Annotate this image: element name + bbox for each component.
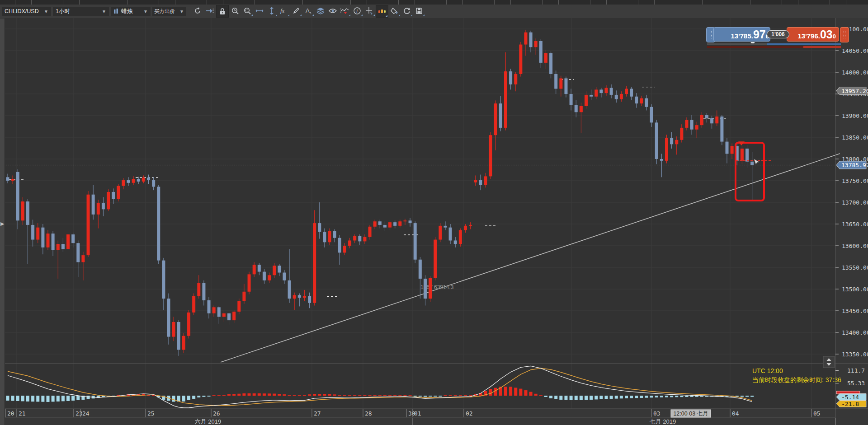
candle-body bbox=[303, 296, 306, 298]
candle-body bbox=[217, 307, 221, 317]
crosshair-time-text: 12:00 03 七月 bbox=[673, 411, 708, 417]
candle-body bbox=[66, 234, 70, 249]
candle-body bbox=[112, 192, 115, 199]
buy-grip-handle[interactable] bbox=[840, 27, 849, 42]
candle-body bbox=[6, 177, 9, 181]
price-tick-label: 13650.00 bbox=[842, 221, 868, 228]
candle-body bbox=[348, 240, 351, 246]
candle-body bbox=[731, 146, 734, 154]
candle-body bbox=[610, 88, 613, 95]
candle-body bbox=[720, 117, 723, 142]
candle-body bbox=[242, 292, 245, 301]
candle-body bbox=[177, 322, 180, 350]
price-tick-label: 13400.00 bbox=[842, 329, 868, 336]
candle-body bbox=[534, 41, 538, 47]
day-tick-label: 21 bbox=[19, 410, 26, 417]
candle-body bbox=[328, 231, 331, 242]
candle-body bbox=[650, 107, 653, 123]
candle-body bbox=[102, 203, 105, 209]
candle-body bbox=[167, 299, 170, 336]
day-tick-label: 20 bbox=[7, 410, 14, 417]
svg-text:-5.14: -5.14 bbox=[841, 394, 859, 401]
candle-body bbox=[117, 186, 120, 199]
candle-body bbox=[660, 159, 663, 161]
price-tick-label: 13350.00 bbox=[842, 351, 868, 358]
candle-body bbox=[21, 201, 24, 220]
candle-body bbox=[655, 122, 658, 159]
candle-body bbox=[92, 195, 95, 215]
price-tick-label: 13850.00 bbox=[842, 134, 868, 141]
candle-body bbox=[419, 260, 422, 279]
candle-body bbox=[484, 176, 487, 185]
candle-body bbox=[449, 228, 452, 241]
candle-body bbox=[599, 89, 603, 93]
candle-body bbox=[504, 71, 507, 128]
candle-body bbox=[726, 142, 729, 154]
candle-body bbox=[594, 89, 598, 96]
candle-body bbox=[232, 312, 236, 320]
ask-button[interactable]: 13'796.030 bbox=[787, 27, 839, 42]
candle-body bbox=[278, 266, 281, 272]
candle-body bbox=[645, 98, 648, 107]
utc-time-text: UTC 12:00 bbox=[752, 367, 783, 374]
candle-body bbox=[76, 243, 80, 262]
candle-body bbox=[222, 313, 226, 317]
candle-body bbox=[750, 162, 754, 165]
candle-body bbox=[152, 180, 155, 187]
autoscale-button[interactable] bbox=[823, 356, 835, 368]
candle-body bbox=[388, 222, 392, 228]
price-axis-background[interactable] bbox=[835, 18, 868, 409]
sentiment-bar-short bbox=[707, 46, 841, 48]
candle-body bbox=[122, 180, 125, 186]
candle-body bbox=[585, 95, 588, 106]
candle-body bbox=[539, 41, 542, 63]
candle-body bbox=[409, 220, 412, 223]
candle-body bbox=[479, 180, 482, 185]
ask-price-int: 13'796. bbox=[798, 29, 820, 43]
day-tick-label: 28 bbox=[365, 410, 372, 417]
month-label: 七月 2019 bbox=[650, 418, 676, 425]
candle-body bbox=[47, 234, 50, 248]
candle-body bbox=[625, 89, 628, 94]
indicator-tick-label: 111.7 bbox=[847, 367, 865, 374]
bid-button[interactable]: 13'785.970 bbox=[713, 27, 770, 42]
candle-body bbox=[604, 88, 608, 93]
price-tick-label: 13550.00 bbox=[842, 264, 868, 271]
candle-body bbox=[313, 223, 316, 303]
trading-chart-window: { "colors":{"bull":"#e8281c","bear":"#7e… bbox=[0, 0, 868, 425]
candle-body bbox=[57, 244, 60, 250]
candle-body bbox=[459, 230, 462, 244]
candle-body bbox=[26, 201, 29, 225]
candle-body bbox=[695, 125, 698, 130]
candle-body bbox=[590, 95, 593, 97]
left-panel-collapse-strip[interactable]: ▶ bbox=[0, 19, 5, 425]
candle-body bbox=[368, 227, 372, 237]
candle-body bbox=[554, 74, 557, 89]
candle-body bbox=[227, 313, 231, 320]
candle-body bbox=[544, 53, 547, 63]
candle-body bbox=[41, 228, 44, 248]
candle-body bbox=[519, 45, 522, 74]
month-label: 六月 2019 bbox=[195, 418, 222, 425]
candle-body bbox=[549, 53, 552, 74]
candle-body bbox=[157, 187, 160, 260]
candle-body bbox=[36, 228, 39, 240]
candle-body bbox=[147, 177, 150, 180]
chart-canvas[interactable]: 196 / 63914.3UTC 12:00当前时段收盘的剩余时间: 37:36… bbox=[0, 0, 868, 425]
price-tick-label: 13700.00 bbox=[842, 199, 868, 206]
candle-body bbox=[318, 223, 321, 232]
candle-body bbox=[429, 278, 432, 299]
quote-widget: 13'785.970 1'006 13'796.030 bbox=[706, 27, 846, 50]
candle-body bbox=[469, 225, 472, 226]
candle-body bbox=[570, 94, 573, 105]
day-tick-label: 01 bbox=[414, 410, 421, 417]
bid-price-big: 97 bbox=[753, 28, 766, 41]
candle-body bbox=[524, 33, 527, 45]
candle-body bbox=[293, 295, 296, 299]
candle-body bbox=[580, 106, 583, 112]
candle-body bbox=[61, 244, 65, 249]
candle-body bbox=[454, 240, 457, 244]
panel-expand-arrow-icon[interactable]: ▶ bbox=[0, 221, 4, 227]
day-tick-label: 27 bbox=[314, 410, 321, 417]
candle-body bbox=[358, 236, 361, 242]
